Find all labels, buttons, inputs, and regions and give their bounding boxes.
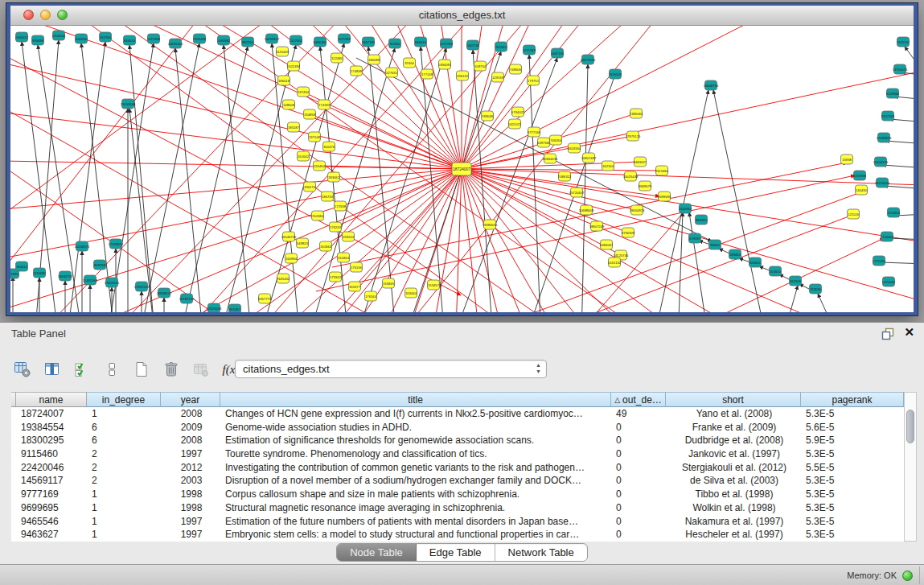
graph-node[interactable]: 9227343 [881,111,895,121]
cell-name[interactable]: 9463627 [16,528,87,542]
graph-node[interactable]: 109734 [474,61,487,71]
vertical-scrollbar[interactable] [904,392,917,542]
cell-in_degree[interactable]: 6 [87,434,161,447]
graph-node[interactable]: 15720407 [569,187,585,197]
column-header-short[interactable]: short [666,392,801,407]
graph-node[interactable]: 20206576 [75,241,90,251]
graph-node[interactable]: 7625402 [277,274,290,283]
cell-pagerank[interactable]: 5.5E-5 [801,461,904,475]
graph-node[interactable]: 186018 [278,76,290,85]
graph-node[interactable]: 9457771 [258,294,272,303]
cell-pagerank[interactable]: 5.3E-5 [801,528,904,542]
table-header-row[interactable]: namein_degreeyeartitle△out_de…shortpager… [11,392,904,407]
column-header-pagerank[interactable]: pagerank [801,392,904,407]
cell-name[interactable]: 22420046 [16,461,87,475]
graph-node[interactable]: 748506 [510,64,522,74]
graph-node[interactable]: 176344 [365,291,377,301]
graph-node[interactable]: 20364436 [543,154,558,163]
graph-node[interactable]: 129749 [492,72,504,82]
cell-out_de[interactable]: 0 [611,501,666,515]
graph-node[interactable]: 7615526 [609,69,622,79]
cell-name[interactable]: 9115460 [16,447,87,461]
cell-out_de[interactable]: 0 [611,421,666,435]
graph-node[interactable]: 8466160 [314,37,327,47]
cell-pagerank[interactable]: 5.6E-5 [801,421,904,435]
graph-node[interactable]: 16958107 [157,288,172,298]
graph-node[interactable]: 1694091 [438,60,452,69]
tab-node-table[interactable]: Node Table [337,544,417,561]
table-row[interactable]: 911546021997Tourette syndrome. Phenomeno… [11,447,904,461]
cell-out_de[interactable]: 0 [611,434,666,447]
graph-node[interactable]: 9699695 [658,192,671,201]
cell-year[interactable]: 2012 [161,461,220,475]
cell-title[interactable]: Genome-wide association studies in ADHD. [220,421,611,435]
graph-node[interactable]: 197434 [298,87,310,97]
cell-year[interactable]: 1998 [161,501,220,515]
graph-node[interactable]: 21053346 [121,99,136,109]
tab-network-table[interactable]: Network Table [495,544,587,561]
graph-node[interactable]: 17975125 [626,131,641,141]
cell-name[interactable]: 18724007 [16,407,87,421]
graph-node[interactable]: 11451944 [83,275,98,285]
cell-short[interactable]: Hescheler et al. (1997) [666,528,801,542]
close-panel-icon[interactable]: ✕ [904,325,914,340]
cell-out_de[interactable]: 0 [611,488,666,501]
column-header-title[interactable]: title [220,392,611,407]
graph-node[interactable]: 16648784 [704,80,719,90]
graph-node[interactable]: 17957223 [134,282,150,291]
table-row[interactable]: 1830029562008Estimation of significance … [11,434,904,447]
graph-node[interactable]: 162106 [790,276,802,286]
graph-node[interactable]: 1621072 [508,119,522,129]
table-row[interactable]: 977716911998Corpus callosum shape and si… [11,488,904,501]
table-selector-dropdown[interactable]: citations_edges.txt ▲▼ [235,360,547,378]
graph-node[interactable]: 1211654 [887,208,901,217]
graph-node[interactable]: 893450 [696,215,708,225]
graph-node[interactable]: 199048 [482,111,494,121]
graph-node[interactable]: 177148 [421,69,433,79]
graph-node[interactable]: 1615132 [608,257,622,267]
graph-node[interactable]: 1115682 [33,268,46,278]
graph-node[interactable]: 1093582 [217,35,231,45]
graph-node[interactable]: 19384554 [483,220,498,229]
cell-year[interactable]: 1997 [161,528,220,542]
graph-node[interactable]: 193244 [343,232,355,241]
create-column-button[interactable] [130,358,153,381]
cell-pagerank[interactable]: 5.3E-5 [801,447,904,461]
graph-node[interactable]: 901457 [229,304,241,312]
graph-node[interactable]: 1071918 [440,39,454,48]
table-row[interactable]: 1872400712008Changes of HCN gene express… [11,407,904,421]
graph-node[interactable]: 1640954 [679,204,692,213]
row-cards-button[interactable] [101,358,123,381]
graph-node[interactable]: 761552 [495,42,507,51]
cell-short[interactable]: Dudbridge et al. (2008) [666,434,801,447]
table-row[interactable]: 1938455462009Genome-wide association stu… [11,421,904,435]
cell-year[interactable]: 2008 [161,407,220,421]
graph-node[interactable]: 9129966 [886,89,900,98]
cell-name[interactable]: 18300295 [16,434,87,447]
cell-year[interactable]: 2008 [161,434,220,447]
window-titlebar[interactable]: citations_edges.txt [10,6,914,26]
graph-node[interactable]: 12923448 [207,303,222,312]
graph-node[interactable]: 1771054 [873,256,886,266]
graph-node[interactable]: 172538 [335,201,347,211]
cell-name[interactable]: 9465546 [16,515,87,529]
hub-node[interactable]: 18724007 [452,163,471,175]
graph-node[interactable]: 924501 [749,257,762,267]
cell-in_degree[interactable]: 1 [87,528,161,542]
cell-name[interactable]: 9699695 [16,501,87,515]
graph-node[interactable]: 6734022 [511,107,525,117]
graph-node[interactable]: 153454 [338,253,350,262]
cell-short[interactable]: de Silva et al. (2003) [666,474,801,488]
cell-title[interactable]: Corpus callosum shape and size in male p… [220,488,611,501]
graph-node[interactable]: 179751 [528,76,540,85]
graph-node[interactable]: 19654923 [630,205,645,215]
graph-node[interactable]: 909758 [94,260,106,270]
graph-node[interactable]: 165377 [349,282,361,291]
graph-node[interactable]: 17359924 [109,239,124,249]
graph-node[interactable]: 196175 [304,182,316,192]
graph-node[interactable]: 1667135 [466,40,480,50]
cell-short[interactable]: Stergiakouli et al. (2012) [666,461,801,475]
graph-node[interactable]: 189454 [729,249,741,259]
graph-node[interactable]: 186088 [368,55,380,64]
cell-in_degree[interactable]: 1 [87,501,161,515]
